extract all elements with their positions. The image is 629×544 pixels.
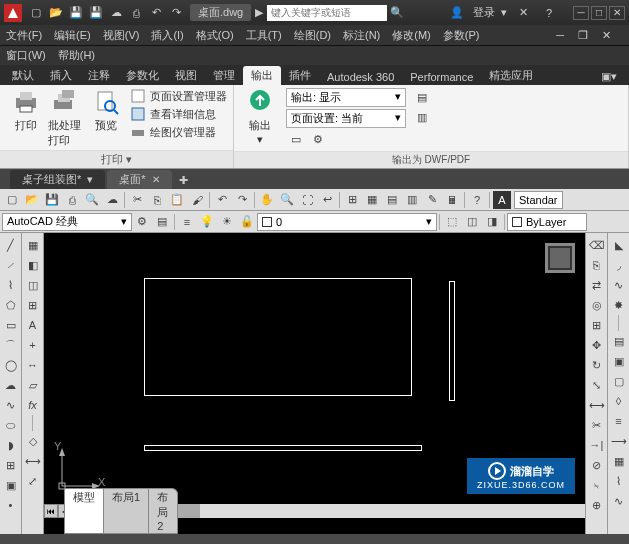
align-icon[interactable]: ≡ (610, 412, 628, 430)
ellipse-icon[interactable]: ⬭ (2, 416, 20, 434)
color-combo[interactable]: ByLayer (507, 213, 587, 231)
fillet-icon[interactable]: ◞ (610, 256, 628, 274)
publish-icon[interactable]: ☁ (103, 191, 121, 209)
batch-print-button[interactable]: 批处理打印 (48, 88, 84, 148)
layer-iso-icon[interactable]: ◫ (463, 213, 481, 231)
calc-icon[interactable]: 🖩 (443, 191, 461, 209)
break-icon[interactable]: ⍀ (588, 476, 606, 494)
layer-lock-icon[interactable]: 🔓 (238, 213, 256, 231)
area-icon[interactable]: ▱ (24, 376, 42, 394)
text-style-icon[interactable]: A (493, 191, 511, 209)
user-icon[interactable]: 👤 (448, 4, 466, 22)
redo-icon[interactable]: ↷ (167, 4, 185, 22)
layer-combo[interactable]: 0▾ (257, 213, 437, 231)
export-button[interactable]: 输出 ▾ (242, 88, 278, 148)
drawing-rect-3[interactable] (144, 445, 422, 451)
export-side1-button[interactable]: ▤ (413, 88, 431, 106)
search-icon[interactable]: 🔍 (388, 4, 406, 22)
copy2-icon[interactable]: ⎘ (588, 256, 606, 274)
saveas-icon[interactable]: 💾 (87, 4, 105, 22)
edit-spline-icon[interactable]: ∿ (610, 492, 628, 510)
constraint-icon[interactable]: ◇ (24, 432, 42, 450)
ribbon-tab-view[interactable]: 视图 (167, 66, 205, 85)
zoom-prev-icon[interactable]: ↩ (318, 191, 336, 209)
edit-hatch-icon[interactable]: ▦ (610, 452, 628, 470)
erase-icon[interactable]: ⌫ (588, 236, 606, 254)
export-opt1-button[interactable]: ▭ (287, 130, 305, 148)
hatch-icon[interactable]: ▦ (24, 236, 42, 254)
view-details-button[interactable]: 查看详细信息 (130, 106, 227, 122)
view-cube[interactable] (545, 243, 575, 273)
workspace-opt-icon[interactable]: ▤ (153, 213, 171, 231)
tool-palette-icon[interactable]: ▤ (383, 191, 401, 209)
text-style-combo[interactable]: Standar (514, 191, 563, 209)
match-icon[interactable]: 🖌 (188, 191, 206, 209)
search-input[interactable] (267, 5, 387, 21)
help-icon[interactable]: ? (540, 4, 558, 22)
blend-icon[interactable]: ∿ (610, 276, 628, 294)
help2-icon[interactable]: ? (468, 191, 486, 209)
gradient-icon[interactable]: ◧ (24, 256, 42, 274)
minimize-button[interactable]: ─ (573, 6, 589, 20)
doc-restore-button[interactable]: ❐ (578, 29, 588, 42)
drawing-canvas[interactable]: Y X 溜溜自学 ZIXUE.3D66.COM ⏮ ◀ ▶ ⏭ 模型 布局1 布… (44, 233, 585, 534)
ribbon-tab-a360[interactable]: Autodesk 360 (319, 69, 402, 85)
doc-tab-2[interactable]: 桌面* ✕ (107, 170, 171, 189)
extend-icon[interactable]: →| (588, 436, 606, 454)
cloud-icon[interactable]: ☁ (107, 4, 125, 22)
menu-draw[interactable]: 绘图(D) (294, 28, 331, 43)
trim-icon[interactable]: ✂ (588, 416, 606, 434)
exchange-icon[interactable]: ✕ (514, 4, 532, 22)
chamfer-icon[interactable]: ◣ (610, 236, 628, 254)
workspace-gear-icon[interactable]: ⚙ (133, 213, 151, 231)
line-icon[interactable]: ╱ (2, 236, 20, 254)
design-center-icon[interactable]: ▦ (363, 191, 381, 209)
open-file-icon[interactable]: 📂 (23, 191, 41, 209)
mirror-icon[interactable]: ⇄ (588, 276, 606, 294)
print-button[interactable]: 打印 (8, 88, 44, 148)
login-link[interactable]: 登录 (473, 5, 495, 20)
login-dropdown-icon[interactable]: ▾ (501, 6, 507, 19)
new-icon[interactable]: ▢ (27, 4, 45, 22)
make-block-icon[interactable]: ▣ (2, 476, 20, 494)
ribbon-tab-output[interactable]: 输出 (243, 66, 281, 85)
filename-display[interactable]: 桌面.dwg (190, 4, 251, 21)
menu-view[interactable]: 视图(V) (103, 28, 140, 43)
page-setup-dropdown[interactable]: 页面设置: 当前▾ (286, 109, 406, 128)
edit-polyline-icon[interactable]: ⌇ (610, 472, 628, 490)
layer-state-icon[interactable]: ⬚ (443, 213, 461, 231)
page-setup-manager-button[interactable]: 页面设置管理器 (130, 88, 227, 104)
menu-modify[interactable]: 修改(M) (392, 28, 431, 43)
ribbon-expand-icon[interactable]: ▣▾ (593, 68, 625, 85)
undo2-icon[interactable]: ↶ (213, 191, 231, 209)
ribbon-tab-addins[interactable]: 插件 (281, 66, 319, 85)
print2-icon[interactable]: ⎙ (63, 191, 81, 209)
maximize-button[interactable]: □ (591, 6, 607, 20)
doc-tab-1[interactable]: 桌子组装图*▾ (10, 170, 105, 189)
export-opt2-button[interactable]: ⚙ (309, 130, 327, 148)
spline-icon[interactable]: ∿ (2, 396, 20, 414)
sheet-set-icon[interactable]: ▥ (403, 191, 421, 209)
cut-icon[interactable]: ✂ (128, 191, 146, 209)
properties-icon[interactable]: ⊞ (343, 191, 361, 209)
add-tab-button[interactable]: ✚ (175, 171, 193, 189)
pan-icon[interactable]: ✋ (258, 191, 276, 209)
doc-close-button[interactable]: ✕ (602, 29, 611, 42)
new-file-icon[interactable]: ▢ (3, 191, 21, 209)
insert-block-icon[interactable]: ⊞ (2, 456, 20, 474)
dim-aligned-icon[interactable]: ⤢ (24, 472, 42, 490)
markup-icon[interactable]: ✎ (423, 191, 441, 209)
layout1-tab[interactable]: 布局1 (103, 488, 149, 534)
copy-icon[interactable]: ⎘ (148, 191, 166, 209)
export-side2-button[interactable]: ▥ (413, 108, 431, 126)
redo2-icon[interactable]: ↷ (233, 191, 251, 209)
revcloud-icon[interactable]: ☁ (2, 376, 20, 394)
menu-tools[interactable]: 工具(T) (246, 28, 282, 43)
lengthen-icon[interactable]: ⟶ (610, 432, 628, 450)
mtext-icon[interactable]: A (24, 316, 42, 334)
zoom-window-icon[interactable]: ⛶ (298, 191, 316, 209)
stretch-icon[interactable]: ⟷ (588, 396, 606, 414)
explode-icon[interactable]: ✸ (610, 296, 628, 314)
join-icon[interactable]: ⊕ (588, 496, 606, 514)
preview2-icon[interactable]: 🔍 (83, 191, 101, 209)
